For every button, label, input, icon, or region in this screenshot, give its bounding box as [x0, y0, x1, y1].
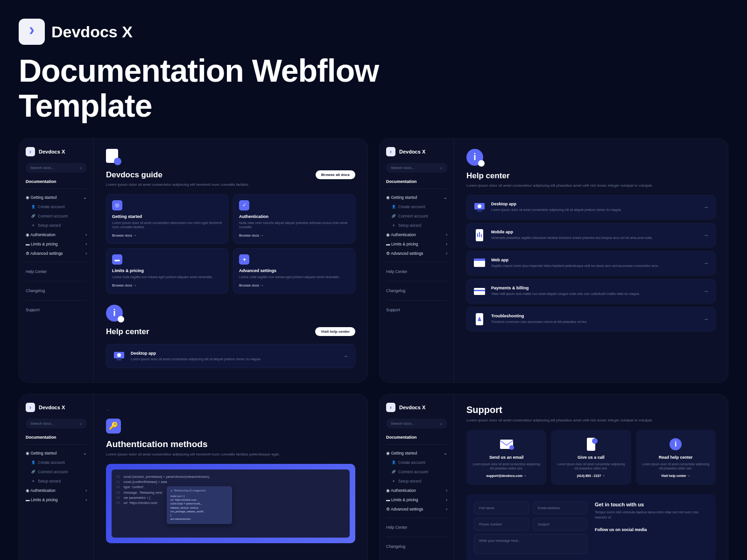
row-title: Desktop app [131, 351, 338, 356]
help-row-desktop[interactable]: Desktop appLorem ipsum dolor sit amet co… [106, 344, 355, 368]
nav-create-account[interactable]: 👤Create account [386, 458, 447, 467]
nav-connect-account[interactable]: 🔗Connect account [26, 211, 87, 221]
nav-setup-wizard[interactable]: ★Setup wizard [386, 476, 447, 486]
visit-help-button[interactable]: Visit help center [315, 327, 355, 336]
help-center-title: Help center [466, 171, 716, 181]
star-icon: ★ [392, 224, 395, 227]
card-desc: Lorem ipsum dolor sit amet consectetur a… [557, 462, 625, 470]
card-getting-started[interactable]: ◎Getting startedLorem ipsum dolor sit am… [106, 194, 228, 244]
search-input[interactable]: Search docs...⌕ [26, 419, 87, 428]
nav-connect-account[interactable]: 🔗Connect account [386, 467, 447, 476]
support-email-card[interactable]: Send us an emailLorem ipsum dolor sit am… [466, 430, 546, 485]
monitor-icon [113, 350, 125, 362]
chevron-right-icon: › [85, 251, 87, 256]
row-desc: Tincidunt commodo cras accumsan rutrum a… [491, 320, 698, 324]
message-textarea[interactable]: Write your message here... [474, 534, 587, 554]
chevron-right-icon: › [85, 497, 87, 502]
link-help-center[interactable]: Help Center [386, 266, 447, 277]
nav-advanced-settings[interactable]: ⚙ Advanced settings› [386, 504, 447, 514]
search-icon: ⌕ [80, 166, 82, 170]
link-icon: 🔗 [31, 470, 35, 474]
card-link[interactable]: Visit help center → [641, 474, 710, 477]
link-icon: 🔗 [392, 214, 395, 218]
nav-connect-account[interactable]: 🔗Connect account [386, 211, 447, 221]
card-limits-pricing[interactable]: ▬Limits & pricingLectus nulla sagittis n… [106, 248, 228, 294]
card-title: Getting started [112, 214, 222, 219]
search-input[interactable]: Search docs...⌕ [386, 163, 447, 173]
card-link[interactable]: Browse docs → [239, 283, 349, 287]
support-phone-card[interactable]: Give us a callLorem ipsum dolor sit amet… [551, 430, 631, 485]
nav-authentication[interactable]: ◉ Authentication› [26, 486, 87, 495]
support-help-card[interactable]: iRead help centerLorem ipsum dolor sit a… [636, 430, 716, 485]
nav-authentication[interactable]: ◉ Authentication› [26, 230, 87, 239]
nav-create-account[interactable]: 👤Create account [26, 202, 87, 211]
link-changelog[interactable]: Changelog [386, 541, 447, 552]
card-authentication[interactable]: ✓AuthenticationNulla vitae enim lobortis… [233, 194, 355, 244]
help-row[interactable]: Desktop appLorem ipsum dolor sit amet co… [466, 195, 716, 219]
help-row[interactable]: TroubleshootingTincidunt commodo cras ac… [466, 307, 716, 331]
card-desc: Nulla vitae enim lobortis aliquet alique… [239, 221, 349, 230]
brand: Devdocs X [39, 149, 65, 154]
link-changelog[interactable]: Changelog [386, 285, 447, 296]
card-title: Limits & pricing [112, 268, 222, 273]
nav-setup-wizard[interactable]: ★Setup wizard [26, 221, 87, 230]
app-icon [473, 229, 486, 241]
help-row[interactable]: Web appSagittis mauris lorem ipsu imperd… [466, 251, 716, 275]
section-title: Documentation [386, 435, 447, 440]
row-title: Web app [491, 258, 698, 262]
card-link[interactable]: support@devdocs.com → [472, 474, 541, 477]
nav-create-account[interactable]: 👤Create account [386, 202, 447, 211]
guide-title: Devdocs guide [106, 170, 249, 180]
link-help-center[interactable]: Help Center [26, 266, 87, 277]
link-help-center[interactable]: Help Center [386, 522, 447, 533]
sidebar: ›Devdocs X Search docs...⌕ Documentation… [19, 139, 94, 382]
link-changelog[interactable]: Changelog [26, 285, 87, 296]
search-input[interactable]: Search docs...⌕ [26, 163, 87, 173]
card-link[interactable]: Browse docs → [239, 233, 349, 238]
search-input[interactable]: Search docs...⌕ [386, 419, 447, 428]
phone-input[interactable]: Phone number [474, 518, 529, 531]
chevron-right-icon: › [446, 497, 447, 502]
nav-limits-pricing[interactable]: ▬ Limits & pricing› [26, 239, 87, 249]
nav-limits-pricing[interactable]: ▬ Limits & pricing› [386, 239, 447, 249]
link-icon: 🔗 [392, 470, 395, 474]
card-link[interactable]: (414) 893 - 2137 → [557, 474, 625, 477]
fullname-input[interactable]: Full name [474, 502, 529, 514]
nav-getting-started[interactable]: ◉ Getting started⌄ [386, 448, 447, 458]
logo-icon: › [26, 147, 35, 156]
nav-connect-account[interactable]: 🔗Connect account [26, 467, 87, 476]
info-icon: i [669, 437, 683, 451]
email-input[interactable]: Email address [533, 502, 588, 514]
card-link[interactable]: Browse docs → [112, 283, 222, 287]
nav-setup-wizard[interactable]: ★Setup wizard [386, 221, 447, 230]
link-support[interactable]: Support [386, 304, 447, 315]
nav-authentication[interactable]: ◉ Authentication› [386, 486, 447, 495]
info-icon: i [466, 149, 483, 166]
nav-getting-started[interactable]: ◉ Getting started⌄ [386, 193, 447, 202]
nav-getting-started[interactable]: ◉ Getting started⌄ [26, 448, 87, 458]
subject-input[interactable]: Subject [533, 518, 588, 531]
link-support[interactable]: Support [26, 304, 87, 315]
card-advanced-settings[interactable]: ✦Advanced settingsLectus nulla sagittis … [233, 248, 355, 294]
nav-getting-started[interactable]: ◉ Getting started⌄ [26, 193, 87, 202]
nav-authentication[interactable]: ◉ Authentication› [386, 230, 447, 239]
back-button[interactable]: ← [106, 407, 110, 412]
nav-advanced-settings[interactable]: ⚙ Advanced settings› [26, 249, 87, 258]
row-desc: Lorem ipsum dolor sit amet consectetur a… [491, 208, 698, 212]
nav-setup-wizard[interactable]: ★Setup wizard [26, 476, 87, 486]
chevron-right-icon: › [446, 232, 447, 237]
help-row[interactable]: Mobile appVenenatis phasellus sagittis b… [466, 223, 716, 247]
chevron-right-icon: › [85, 488, 87, 493]
chevron-down-icon: ⌄ [444, 195, 447, 200]
nav-limits-pricing[interactable]: ▬ Limits & pricing› [26, 495, 87, 504]
browse-all-button[interactable]: Browse all docs [316, 170, 355, 179]
card-link[interactable]: Browse docs → [112, 233, 222, 238]
nav-create-account[interactable]: 👤Create account [26, 458, 87, 467]
nav-limits-pricing[interactable]: ▬ Limits & pricing› [386, 495, 447, 504]
row-title: Mobile app [491, 230, 698, 234]
key-icon: 🔑 [106, 419, 121, 434]
nav-advanced-settings[interactable]: ⚙ Advanced settings› [386, 249, 447, 258]
logo-icon: › [386, 147, 395, 156]
help-row[interactable]: Payments & billingVitae velit ipsum duis… [466, 279, 716, 303]
follow-title: Follow us on social media [595, 527, 708, 532]
